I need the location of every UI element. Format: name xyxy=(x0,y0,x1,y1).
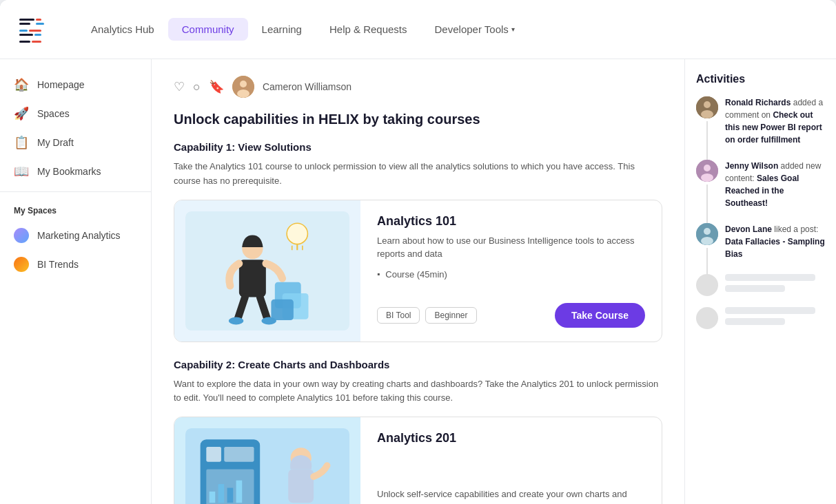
nav-links: Analytics Hub Community Learning Help & … xyxy=(77,18,819,41)
svg-rect-19 xyxy=(239,260,266,297)
avatar-ronald xyxy=(696,96,718,118)
svg-rect-29 xyxy=(206,447,221,462)
avatar-jenny xyxy=(696,160,718,182)
svg-rect-8 xyxy=(19,41,30,43)
activity-text-3: Devon Lane liked a post: Data Fallacies … xyxy=(725,223,825,260)
svg-point-20 xyxy=(229,317,244,324)
nav-help-requests[interactable]: Help & Requests xyxy=(316,18,421,41)
sidebar-item-my-bookmarks[interactable]: 📖 My Bookmarks xyxy=(0,157,151,186)
activities-panel: Activities Ronald Richards added a comme… xyxy=(684,59,836,504)
svg-point-11 xyxy=(240,81,247,87)
logo[interactable] xyxy=(17,10,55,49)
svg-point-37 xyxy=(704,101,711,108)
sidebar-item-my-draft[interactable]: 📋 My Draft xyxy=(0,128,151,157)
bookmarks-icon: 📖 xyxy=(14,164,29,179)
course-201-desc: Unlock self-service capabilities and cre… xyxy=(377,487,645,504)
course-101-illustration xyxy=(174,200,360,342)
rocket-icon: 🚀 xyxy=(14,106,29,121)
course-201-title: Analytics 201 xyxy=(377,431,645,445)
svg-point-38 xyxy=(701,110,713,118)
main-content: ♡ ○ 🔖 Cameron Williamson Unlock capabili… xyxy=(152,59,684,504)
top-nav: Analytics Hub Community Learning Help & … xyxy=(0,0,836,59)
svg-rect-3 xyxy=(36,23,44,25)
course-101-title: Analytics 101 xyxy=(377,214,645,229)
course-card-201: Analytics 201 Unlock self-service capabi… xyxy=(174,417,662,504)
svg-rect-6 xyxy=(29,30,41,32)
chevron-down-icon: ▾ xyxy=(511,25,515,33)
course-101-footer: BI Tool Beginner Take Course xyxy=(377,303,645,328)
svg-point-41 xyxy=(701,174,713,182)
sidebar-divider xyxy=(0,191,151,192)
svg-rect-0 xyxy=(19,19,34,21)
course-201-details: Analytics 201 Unlock self-service capabi… xyxy=(360,417,662,504)
placeholder-line xyxy=(725,274,815,281)
activity-placeholder-2 xyxy=(696,307,825,329)
sidebar-item-bi-trends[interactable]: BI Trends xyxy=(0,250,151,279)
avatar-placeholder-1 xyxy=(696,274,718,296)
capability1-desc: Take the Analytics 101 course to unlock … xyxy=(174,160,662,189)
svg-rect-35 xyxy=(236,481,243,503)
main-body: 🏠 Homepage 🚀 Spaces 📋 My Draft 📖 My Book… xyxy=(0,59,836,504)
nav-community[interactable]: Community xyxy=(168,18,248,41)
placeholder-line-short xyxy=(725,285,785,292)
like-icon[interactable]: ♡ xyxy=(174,79,185,94)
home-icon: 🏠 xyxy=(14,77,29,92)
author-name: Cameron Williamson xyxy=(263,81,351,92)
course-icon: ▪ xyxy=(377,269,380,279)
capability1-heading: Capability 1: View Solutions xyxy=(174,141,662,153)
bookmark-icon[interactable]: 🔖 xyxy=(209,79,224,94)
nav-learning[interactable]: Learning xyxy=(248,18,316,41)
take-course-button[interactable]: Take Course xyxy=(555,303,645,328)
tag-beginner: Beginner xyxy=(425,307,476,324)
author-avatar xyxy=(232,76,254,98)
post-header: ♡ ○ 🔖 Cameron Williamson xyxy=(174,76,662,98)
svg-point-12 xyxy=(237,90,249,98)
svg-rect-28 xyxy=(288,470,314,503)
placeholder-line-short-2 xyxy=(725,318,785,325)
avatar-placeholder-2 xyxy=(696,307,718,329)
placeholder-text-2 xyxy=(725,307,825,329)
activity-text-1: Ronald Richards added a comment on Check… xyxy=(725,96,825,146)
my-spaces-label: My Spaces xyxy=(0,198,151,221)
comment-icon[interactable]: ○ xyxy=(193,80,201,94)
course-101-desc: Learn about how to use our Business Inte… xyxy=(377,234,645,261)
course-101-tags: BI Tool Beginner xyxy=(377,307,477,324)
draft-icon: 📋 xyxy=(14,135,29,150)
capability2-desc: Want to explore the data in your own way… xyxy=(174,377,662,406)
svg-point-40 xyxy=(704,165,711,171)
activity-item-1: Ronald Richards added a comment on Check… xyxy=(696,96,825,146)
post-actions: ♡ ○ 🔖 xyxy=(174,79,224,94)
svg-rect-1 xyxy=(19,23,30,25)
svg-rect-9 xyxy=(32,41,41,43)
sidebar-item-spaces[interactable]: 🚀 Spaces xyxy=(0,99,151,128)
svg-rect-30 xyxy=(224,447,254,462)
activities-title: Activities xyxy=(696,73,825,85)
svg-rect-32 xyxy=(210,492,216,503)
activity-placeholder-1 xyxy=(696,274,825,296)
marketing-analytics-dot xyxy=(14,228,29,243)
svg-point-44 xyxy=(701,237,713,245)
svg-rect-24 xyxy=(271,299,293,319)
svg-point-43 xyxy=(704,228,711,235)
svg-rect-34 xyxy=(227,488,234,503)
course-101-details: Analytics 101 Learn about how to use our… xyxy=(360,200,662,342)
course-card-101: Analytics 101 Learn about how to use our… xyxy=(174,200,662,342)
course-201-illustration xyxy=(174,417,360,504)
svg-rect-5 xyxy=(19,34,33,36)
sidebar: 🏠 Homepage 🚀 Spaces 📋 My Draft 📖 My Book… xyxy=(0,59,152,504)
activity-item-3: Devon Lane liked a post: Data Fallacies … xyxy=(696,223,825,260)
sidebar-item-homepage[interactable]: 🏠 Homepage xyxy=(0,70,151,99)
post-title: Unlock capabilities in HELIX by taking c… xyxy=(174,112,662,127)
course-101-meta: ▪ Course (45min) xyxy=(377,269,645,280)
placeholder-text-1 xyxy=(725,274,825,296)
sidebar-item-marketing-analytics[interactable]: Marketing Analytics xyxy=(0,221,151,250)
bi-trends-dot xyxy=(14,257,29,272)
svg-rect-2 xyxy=(36,19,41,21)
nav-developer-tools[interactable]: Developer Tools ▾ xyxy=(421,18,529,41)
capability2-heading: Capability 2: Create Charts and Dashboar… xyxy=(174,359,662,370)
svg-rect-33 xyxy=(218,484,225,503)
tag-bi-tool: BI Tool xyxy=(377,307,420,324)
svg-rect-7 xyxy=(34,34,41,36)
svg-rect-4 xyxy=(19,30,28,32)
nav-analytics-hub[interactable]: Analytics Hub xyxy=(77,18,168,41)
